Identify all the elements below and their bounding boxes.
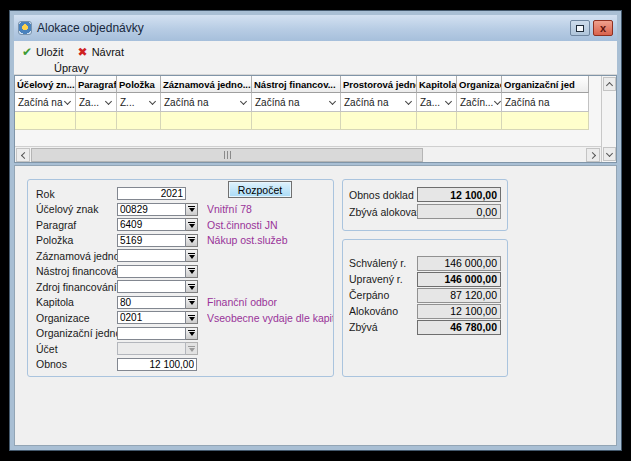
col-header-polozka[interactable]: Položka <box>117 76 161 93</box>
lookup-icon <box>188 253 195 259</box>
lookup-button[interactable] <box>186 265 198 278</box>
save-button[interactable]: ✔ Uložit <box>22 45 64 59</box>
form-row-obnos: Obnos <box>28 357 333 373</box>
chevron-down-icon <box>329 97 336 104</box>
lookup-button[interactable] <box>186 249 198 262</box>
col-header-kapitola[interactable]: Kapitola <box>417 76 457 93</box>
back-button[interactable]: ✖ Návrat <box>78 45 124 59</box>
restore-button[interactable] <box>570 20 590 36</box>
paragraf-note: Ost.činnosti JN <box>207 219 278 231</box>
zaznamova-jednotka-field[interactable] <box>117 249 186 262</box>
kapitola-label: Kapitola <box>36 296 117 308</box>
chevron-down-icon <box>64 97 71 104</box>
scroll-right-button[interactable] <box>586 148 600 162</box>
lookup-button[interactable] <box>186 296 198 309</box>
lookup-button-disabled <box>186 342 198 355</box>
grid-cell <box>76 112 117 130</box>
chevron-down-icon <box>606 149 613 156</box>
lookup-button[interactable] <box>186 234 198 247</box>
grid-filter-row: Začíná na Za... Z... Začíná na Začíná na… <box>15 93 589 112</box>
grip-icon <box>227 151 228 159</box>
col-header-zaznamova-jednotka[interactable]: Záznamová jedno... <box>161 76 252 93</box>
lookup-button[interactable] <box>186 218 198 231</box>
zaznamova-jednotka-label: Záznamová jednotka <box>36 250 117 262</box>
detail-pane: Rok Rozpočet Účelový znak Vnitřní 78 Par… <box>14 165 617 446</box>
filter-dropdown-zaznamova-jednotka[interactable]: Začíná na <box>161 93 252 112</box>
lookup-button[interactable] <box>186 311 198 324</box>
menu-upravy[interactable]: Úpravy <box>54 62 89 74</box>
grid-cell <box>252 112 341 130</box>
lookup-icon <box>188 206 195 212</box>
col-header-prostorova-jednotka[interactable]: Prostorová jedno... <box>341 76 417 93</box>
filter-dropdown-polozka[interactable]: Z... <box>117 93 161 112</box>
nastroj-financovani-field[interactable] <box>117 265 186 278</box>
titlebar: Alokace objednávky x <box>14 15 617 41</box>
obnos-field[interactable] <box>117 358 197 371</box>
filter-label: Začíná na <box>164 97 208 108</box>
zbyva-value: 46 780,00 <box>417 320 501 335</box>
filter-label: Z... <box>120 97 134 108</box>
rozpocet-button[interactable]: Rozpočet <box>228 181 292 198</box>
lookup-icon <box>188 330 195 336</box>
ucelovy-znak-field[interactable] <box>117 203 186 216</box>
organizace-field[interactable] <box>117 311 186 324</box>
paragraf-field[interactable] <box>117 218 186 231</box>
filter-dropdown-paragraf[interactable]: Za... <box>76 93 117 112</box>
grid-cell <box>15 112 76 130</box>
summary-row-zbyva-alokovat: Zbývá alokovat 0,00 <box>343 203 507 220</box>
filter-dropdown-kapitola[interactable]: Za... <box>417 93 457 112</box>
window-title: Alokace objednávky <box>37 21 567 35</box>
horizontal-scroll-thumb[interactable] <box>31 148 423 162</box>
col-header-organizacni-jednotka[interactable]: Organizační jed <box>502 76 589 93</box>
scroll-left-button[interactable] <box>16 148 30 162</box>
zdroj-financovani-field[interactable] <box>117 280 186 293</box>
grid-cell <box>117 112 161 130</box>
grid-cell <box>161 112 252 130</box>
cerpano-label: Čerpáno <box>349 289 417 301</box>
chevron-down-icon <box>405 97 412 104</box>
col-header-paragraf[interactable]: Paragraf <box>76 76 117 93</box>
col-header-ucelovy-znak[interactable]: Účelový zn... <box>15 76 76 93</box>
rok-label: Rok <box>36 188 117 200</box>
polozka-label: Položka <box>36 234 117 246</box>
chevron-left-icon <box>20 151 27 158</box>
filter-dropdown-organizacni-jednotka[interactable]: Začíná na <box>502 93 589 112</box>
organizacni-jednotka-field[interactable] <box>117 327 186 340</box>
col-header-nastroj-financovani[interactable]: Nástroj financov... <box>252 76 341 93</box>
grid-cell <box>457 112 502 130</box>
paragraf-label: Paragraf <box>36 219 117 231</box>
lookup-button[interactable] <box>186 327 198 340</box>
filter-dropdown-nastroj-financovani[interactable]: Začíná na <box>252 93 341 112</box>
toolbar: ✔ Uložit ✖ Návrat Úpravy <box>14 41 617 75</box>
filter-dropdown-ucelovy-znak[interactable]: Začíná na <box>15 93 76 112</box>
scroll-up-button[interactable] <box>603 77 616 91</box>
lookup-button[interactable] <box>186 203 198 216</box>
col-header-organizace[interactable]: Organizace <box>457 76 502 93</box>
document-summary-group: Obnos doklad 12 100,00 Zbývá alokovat 0,… <box>342 179 508 231</box>
grid-empty-row[interactable] <box>15 112 589 130</box>
zbyva-label: Zbývá <box>349 321 417 333</box>
vertical-scrollbar[interactable] <box>601 76 616 162</box>
ucelovy-znak-label: Účelový znak <box>36 203 117 215</box>
chevron-down-icon <box>445 97 452 104</box>
lookup-button[interactable] <box>186 280 198 293</box>
close-button[interactable]: x <box>593 20 613 36</box>
obnos-label: Obnos <box>36 358 117 370</box>
filter-dropdown-prostorova-jednotka[interactable]: Začíná na <box>341 93 417 112</box>
filter-label: Začíná na <box>255 97 299 108</box>
obnos-doklad-label: Obnos doklad <box>349 189 417 201</box>
dialog-window: Alokace objednávky x ✔ Uložit ✖ Návrat Ú… <box>9 10 622 451</box>
kapitola-field[interactable] <box>117 296 186 309</box>
polozka-field[interactable] <box>117 234 186 247</box>
summary-row-cerpano: Čerpáno 87 120,00 <box>343 287 507 303</box>
form-row-rok: Rok Rozpočet <box>28 186 333 202</box>
horizontal-scrollbar[interactable] <box>15 146 601 162</box>
scroll-down-button[interactable] <box>603 147 616 161</box>
lookup-icon <box>188 315 195 321</box>
chevron-down-icon <box>494 97 501 104</box>
filter-dropdown-organizace[interactable]: Začín... <box>457 93 502 112</box>
restore-icon <box>576 25 584 32</box>
rok-field[interactable] <box>117 187 186 200</box>
form-row-polozka: Položka Nákup ost.služeb <box>28 233 333 249</box>
organizace-note: Vseobecne vydaje dle kapitolnes... <box>207 312 333 324</box>
